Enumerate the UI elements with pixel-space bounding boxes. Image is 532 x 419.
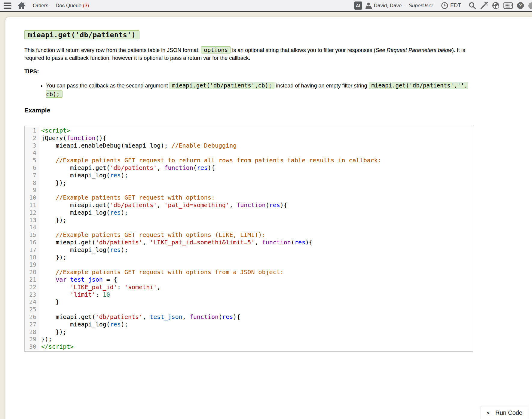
globe-icon[interactable] — [492, 2, 500, 9]
nav-orders[interactable]: Orders — [33, 3, 48, 9]
code-line — [39, 149, 473, 157]
code-row: 12 mieapi_log(res); — [25, 209, 473, 216]
line-number: 14 — [25, 224, 39, 231]
line-number: 29 — [25, 335, 39, 343]
page-title: mieapi.get('db/patients') — [24, 31, 473, 39]
terminal-prompt-icon: >_ — [486, 410, 493, 416]
code-row: 8 }); — [25, 179, 473, 187]
code-row: 5 //Example patients GET request to retu… — [25, 157, 473, 164]
line-number: 4 — [25, 149, 39, 157]
code-row: 22 'LIKE_pat_id': 'somethi', — [25, 283, 473, 291]
intro-paragraph: This function will return every row from… — [24, 46, 473, 62]
code-row: 26 mieapi.get('db/patients', test_json, … — [25, 313, 473, 321]
line-number: 7 — [25, 172, 39, 179]
code-line: </script> — [39, 343, 473, 350]
code-line: mieapi.enableDebug(mieapi_log); //Enable… — [39, 142, 473, 149]
code-line: <script> — [39, 127, 473, 134]
code-row: 10 //Example patients GET request with o… — [25, 194, 473, 201]
content-card: mieapi.get('db/patients') This function … — [5, 17, 532, 419]
code-line: mieapi_log(res); — [39, 246, 473, 254]
line-number: 19 — [25, 261, 39, 268]
code-line: mieapi.get('db/patients', 'pat_id=someth… — [39, 201, 473, 209]
emphasis-text: See Request Parameters below — [376, 47, 452, 53]
code-row: 16 mieapi.get('db/patients', 'LIKE_pat_i… — [25, 239, 473, 246]
line-number: 15 — [25, 231, 39, 239]
inline-code-chip: options — [201, 46, 231, 54]
code-row: 1<script> — [25, 127, 473, 134]
code-row: 25 — [25, 306, 473, 313]
code-row: 17 mieapi_log(res); — [25, 246, 473, 254]
code-line — [39, 224, 473, 231]
home-icon[interactable] — [17, 2, 26, 9]
clock-icon[interactable] — [441, 2, 448, 9]
line-number: 17 — [25, 246, 39, 254]
menu-icon[interactable] — [4, 2, 11, 9]
code-line: 'limit': 10 — [39, 291, 473, 298]
code-row: 11 mieapi.get('db/patients', 'pat_id=som… — [25, 201, 473, 209]
line-number: 26 — [25, 313, 39, 321]
nav-doc-queue[interactable]: Doc Queue (3) — [56, 3, 89, 9]
line-number: 9 — [25, 186, 39, 194]
run-row: >_Run Code — [19, 406, 528, 419]
code-line: }); — [39, 254, 473, 261]
code-line: jQuery(function(){ — [39, 134, 473, 142]
svg-text:?: ? — [519, 3, 522, 8]
code-line: mieapi_log(res); — [39, 172, 473, 179]
line-number: 25 — [25, 306, 39, 313]
code-line — [39, 261, 473, 268]
line-number: 3 — [25, 142, 39, 149]
code-line: 'LIKE_pat_id': 'somethi', — [39, 283, 473, 291]
example-heading: Example — [24, 107, 473, 114]
code-line: //Example patients GET request with opti… — [39, 231, 473, 239]
code-line: mieapi_log(res); — [39, 321, 473, 328]
code-editor[interactable]: 1<script>2jQuery(function(){3 mieapi.ena… — [24, 126, 473, 352]
line-number: 10 — [25, 194, 39, 201]
code-row: 29}); — [25, 335, 473, 343]
code-line: var test_json = { — [39, 276, 473, 283]
code-line: mieapi.get('db/patients', 'LIKE_pat_id=s… — [39, 239, 473, 246]
tips-heading: TIPS: — [24, 68, 473, 75]
code-row: 24 } — [25, 298, 473, 306]
code-line: //Example patients GET request to return… — [39, 157, 473, 164]
line-number: 27 — [25, 321, 39, 328]
user-icon — [365, 2, 372, 9]
wand-icon[interactable] — [480, 2, 488, 10]
code-row: 9 — [25, 186, 473, 194]
user-name[interactable]: David, Dave — [374, 3, 402, 9]
code-row: 27 mieapi_log(res); — [25, 321, 473, 328]
code-line: }); — [39, 335, 473, 343]
code-line: mieapi_log(res); — [39, 209, 473, 216]
code-row: 6 mieapi.get('db/patients', function(res… — [25, 164, 473, 172]
line-number: 13 — [25, 216, 39, 224]
code-row: 15 //Example patients GET request with o… — [25, 231, 473, 239]
api-title-chip: mieapi.get('db/patients') — [24, 30, 139, 39]
code-line: }); — [39, 328, 473, 336]
code-line: //Example patients GET request with opti… — [39, 268, 473, 276]
tip-item: You can pass the callback as the second … — [46, 81, 473, 99]
partial-circle-icon[interactable] — [528, 2, 532, 9]
line-number: 22 — [25, 283, 39, 291]
code-row: 13 }); — [25, 216, 473, 224]
top-navigation-bar: Orders Doc Queue (3) AI David, Dave - Su… — [0, 0, 532, 12]
help-icon[interactable]: ? — [517, 2, 524, 9]
line-number: 16 — [25, 239, 39, 246]
line-number: 20 — [25, 268, 39, 276]
line-number: 21 — [25, 276, 39, 283]
code-row: 7 mieapi_log(res); — [25, 172, 473, 179]
line-number: 12 — [25, 209, 39, 216]
code-line — [39, 186, 473, 194]
ai-badge[interactable]: AI — [354, 2, 362, 10]
run-code-button[interactable]: >_Run Code — [481, 406, 528, 419]
line-number: 28 — [25, 328, 39, 336]
code-row: 18 }); — [25, 254, 473, 261]
code-row: 28 }); — [25, 328, 473, 336]
inline-code-chip: mieapi.get('db/patients',cb); — [170, 82, 275, 89]
line-number: 8 — [25, 179, 39, 187]
code-line: } — [39, 298, 473, 306]
code-row: 3 mieapi.enableDebug(mieapi_log); //Enab… — [25, 142, 473, 149]
code-row: 2jQuery(function(){ — [25, 134, 473, 142]
tips-list: You can pass the callback as the second … — [24, 81, 473, 99]
search-icon[interactable] — [469, 2, 476, 9]
keyboard-icon[interactable] — [503, 2, 513, 9]
user-role: - SuperUser — [405, 3, 433, 9]
